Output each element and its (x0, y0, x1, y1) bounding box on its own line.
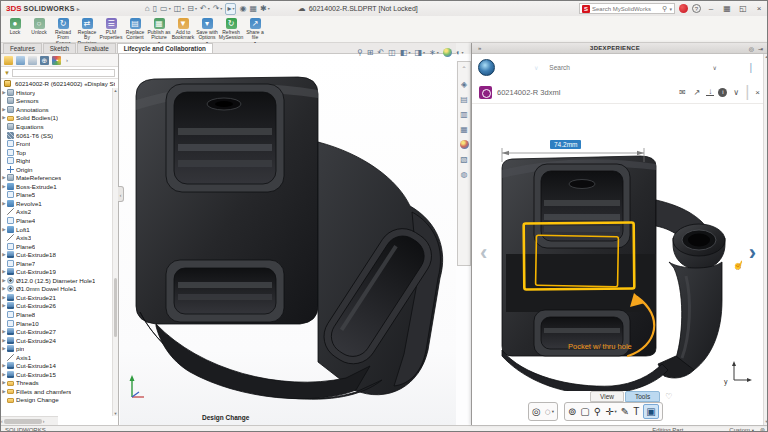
3ddrive-search[interactable]: ∨ (545, 60, 721, 76)
tree-item-axis2[interactable]: Axis2 (1, 208, 112, 217)
share-icon[interactable]: ↗ (692, 88, 703, 97)
ribbon-lock-button[interactable]: ●Lock (3, 17, 27, 35)
tab-sketch[interactable]: Sketch (43, 43, 76, 53)
tree-item-matereferences[interactable]: ▶MateReferences (1, 173, 112, 182)
3dplay-icon[interactable] (479, 86, 492, 99)
tree-item-boss-extrude1[interactable]: ▶Boss-Extrude1 (1, 182, 112, 191)
comment-icon[interactable]: ✉ (677, 88, 688, 97)
draw-pencil-icon[interactable]: ✎ (621, 405, 629, 418)
globe-status-icon[interactable]: ⊚ (760, 426, 765, 432)
search-options-caret-icon[interactable]: ∨ (713, 64, 717, 71)
3dplay-viewer[interactable]: y 74.2mm Pocket w/ thru hole ‹ › ☝ (472, 104, 764, 391)
next-slide-chevron[interactable]: › (749, 242, 756, 264)
featuremanager-tree-tab[interactable] (4, 56, 13, 65)
tree-item-6061-t6-ss[interactable]: 6061-T6 (SS) (1, 131, 112, 140)
tree-vertical-scrollbar[interactable]: ▲ ▼ (112, 88, 118, 416)
tree-item-plane4[interactable]: Plane4 (1, 216, 112, 225)
tree-item-cut-extrude21[interactable]: ▶Cut-Extrude21 (1, 293, 112, 302)
file-explorer-icon[interactable]: ▥ (460, 110, 468, 119)
ribbon-replace-by-revision-button[interactable]: ⇄Replace By Revision (75, 17, 99, 46)
tab-evaluate[interactable]: Evaluate (77, 43, 116, 53)
dimxpertmanager-tab[interactable]: ⊕ (40, 56, 49, 65)
tree-item-plane6[interactable]: Plane6 (1, 242, 112, 251)
home-icon[interactable]: ⌂ (145, 4, 150, 14)
scrollbar-thumb[interactable] (114, 278, 117, 337)
print-icon[interactable]: ⊟▾ (187, 4, 197, 14)
ribbon-save-with-options-button[interactable]: ▾Save with Options▾ (195, 17, 219, 45)
menu-expand-caret-icon[interactable]: ▸ (77, 5, 80, 12)
tab-view[interactable]: View (590, 391, 624, 402)
panel-options-icon[interactable]: ◎ (747, 46, 756, 52)
graphics-viewport[interactable]: Design Change (120, 54, 456, 425)
section-view-icon[interactable]: ◫ (388, 48, 396, 57)
tree-item-solid-bodies-1[interactable]: ▶Solid Bodies(1) (1, 114, 112, 123)
expand-panel-icon[interactable]: » (476, 45, 483, 51)
tree-item-1-0mm-dowel-hole1[interactable]: ▶Ø1.0mm Dowel Hole1 (1, 285, 112, 294)
ribbon-unlock-button[interactable]: ○Unlock (27, 17, 51, 35)
tree-item-equations[interactable]: Equations (1, 122, 112, 131)
pan-icon[interactable]: ✛▾ (605, 405, 617, 418)
ribbon-replace-content-button[interactable]: ▤Replace Content (123, 17, 147, 41)
ribbon-plm-properties-button[interactable]: ☰PLM Properties (99, 17, 123, 41)
app-selector[interactable]: 3DDrive (500, 63, 529, 72)
tree-item-plane7[interactable]: Plane7 (1, 259, 112, 268)
scroll-down-arrow-icon[interactable]: ▼ (764, 419, 768, 424)
tag-icon[interactable]: ◇ (726, 62, 734, 74)
restore-button[interactable]: ◱ (737, 4, 749, 13)
scroll-right-arrow-icon[interactable]: › (43, 418, 45, 424)
configurationmanager-tab[interactable] (28, 56, 37, 65)
save-icon[interactable]: ◫▾ (174, 4, 185, 14)
tree-item-cut-extrude14[interactable]: ▶Cut-Extrude14 (1, 362, 112, 371)
propertymanager-tab[interactable] (16, 56, 25, 65)
collapse-taskpane-icon[interactable]: ⌃ (461, 65, 466, 74)
ribbon-refresh-mysession-button[interactable]: ↻Refresh MySession (219, 17, 243, 41)
tree-root-item[interactable]: 60214002-R (60214002) «Display St (1, 79, 118, 88)
view-palette-icon[interactable]: ▦ (460, 125, 468, 134)
tree-item-origin[interactable]: Origin (1, 165, 112, 174)
options-gear-icon[interactable]: ✱▾ (260, 4, 270, 14)
displaymanager-tab[interactable]: ◔ (52, 56, 61, 65)
info-icon[interactable]: i (718, 88, 727, 97)
tree-item-history[interactable]: ▶History (1, 88, 112, 97)
3dexperience-badge-icon[interactable] (679, 4, 688, 13)
tree-item-cut-extrude15[interactable]: ▶Cut-Extrude15 (1, 370, 112, 379)
text-annotation-icon[interactable]: T (633, 405, 639, 418)
tree-item-cut-extrude26[interactable]: ▶Cut-Extrude26 (1, 302, 112, 311)
appearances-scenes-icon[interactable] (460, 140, 469, 149)
units-selector[interactable]: Custom ▾ (729, 427, 754, 432)
new-document-icon[interactable]: ▯ (153, 4, 157, 14)
tab-lifecycle-and-collaboration[interactable]: Lifecycle and Collaboration (117, 43, 213, 53)
edit-appearance-icon[interactable] (443, 48, 452, 57)
visibility-eye-icon[interactable]: ⊚ (568, 405, 576, 418)
mysolidworks-search[interactable]: S ⚲ ▾ (579, 3, 675, 14)
3dcompass-icon[interactable] (478, 59, 495, 76)
tree-filter-input[interactable] (12, 69, 115, 77)
tree-item-revolve1[interactable]: ▶Revolve1 (1, 199, 112, 208)
3ddrive-search-input[interactable] (549, 64, 712, 71)
orbit-icon[interactable]: ◎ (532, 405, 541, 418)
tree-item-plane8[interactable]: Plane8 (1, 310, 112, 319)
tree-item-axis1[interactable]: Axis1 (1, 353, 112, 362)
open-document-icon[interactable]: ▭▾ (160, 4, 171, 14)
design-library-icon[interactable]: ▤ (460, 95, 468, 104)
apply-scene-icon[interactable]: ◐▾ (456, 48, 464, 57)
tree-item-12-0-12-5-diameter-hole1[interactable]: ▶Ø12.0 (12.5) Diameter Hole1 (1, 276, 112, 285)
tree-item-cut-extrude24[interactable]: ▶Cut-Extrude24 (1, 336, 112, 345)
minimize-button[interactable]: – (705, 4, 717, 13)
tree-item-cut-extrude27[interactable]: ▶Cut-Extrude27 (1, 327, 112, 336)
panel-pin-icon[interactable]: ⇥ (756, 46, 765, 52)
dimension-value-badge[interactable]: 74.2mm (550, 140, 581, 149)
tab-features[interactable]: Features (3, 43, 42, 53)
previous-slide-chevron[interactable]: ‹ (480, 242, 487, 264)
window-tile-icon[interactable]: ▦ (249, 4, 257, 14)
hide-show-items-icon[interactable]: ∗▾ (429, 48, 439, 57)
marketplace-icon[interactable]: ◈ (461, 80, 467, 89)
tree-item-right[interactable]: Right (1, 156, 112, 165)
tree-horizontal-scrollbar[interactable]: ‹ › (1, 416, 58, 425)
ribbon-share-a-file-button[interactable]: ↗Share a file▾ (243, 17, 267, 45)
solidworks-resources-icon[interactable]: ◍ (461, 170, 468, 179)
markup-annotation-text[interactable]: Pocket w/ thru hole (568, 342, 632, 351)
close-button[interactable]: × (753, 4, 765, 13)
ribbon-reload-from-server-button[interactable]: ↻Reload From Server (51, 17, 75, 46)
zoom-to-fit-icon[interactable]: ⚲ (357, 48, 363, 57)
